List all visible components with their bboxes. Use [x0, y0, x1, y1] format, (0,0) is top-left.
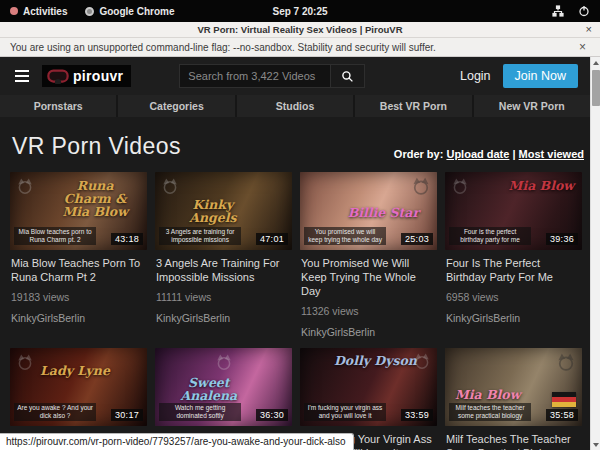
studio-link[interactable]: KinkyGirlsBerlin [156, 312, 290, 324]
browser-title-bar: VR Porn: Virtual Reality Sex Videos | Pi… [0, 22, 600, 38]
video-thumbnail[interactable]: Mia Blow Milf teaches the teacher some p… [445, 348, 582, 426]
video-thumbnail[interactable]: Mia Blow Four is the perfect birthday pa… [445, 172, 582, 250]
video-thumbnail[interactable]: Kinky Angels 3 Angels are training for i… [155, 172, 292, 250]
studio-cat-mask-icon [411, 176, 431, 196]
order-by: Order by: Upload date | Most viewed [394, 148, 584, 160]
thumb-caption: Four is the perfect birthday party for m… [449, 227, 531, 245]
window-close-icon[interactable]: × [586, 23, 592, 35]
video-card: Runa Charm & Mia Blow Mia Blow teaches p… [10, 172, 147, 338]
search-input[interactable] [179, 64, 331, 88]
nav-item-pornstars[interactable]: Pornstars [0, 95, 116, 117]
studio-cat-mask-icon [413, 352, 431, 370]
nav-item-best-vr-porn[interactable]: Best VR Porn [355, 95, 471, 117]
order-by-label: Order by: [394, 148, 444, 160]
studio-cat-mask-icon [16, 353, 34, 371]
video-card: Billie Star You promised we will keep tr… [300, 172, 437, 338]
duration-badge: 36:30 [256, 409, 288, 421]
site-logo[interactable]: pirouvr [42, 65, 131, 87]
vertical-scrollbar[interactable] [590, 57, 600, 450]
duration-badge: 47:01 [256, 233, 288, 245]
search-bar [179, 64, 365, 88]
duration-badge: 30:17 [111, 409, 143, 421]
video-card: Mia Blow Four is the perfect birthday pa… [445, 172, 582, 338]
thumb-caption: Mia Blow teaches porn to Runa Charm pt. … [14, 227, 96, 245]
warning-infobar: You are using an unsupported command-lin… [0, 38, 600, 57]
network-icon[interactable] [552, 5, 564, 17]
thumb-caption: Watch me getting dominated softly [159, 403, 241, 421]
video-thumbnail[interactable]: Sweet Analena Watch me getting dominated… [155, 348, 292, 426]
activities-icon [10, 7, 18, 15]
thumb-caption: Milf teaches the teacher some practical … [449, 403, 531, 421]
thumb-overlay-title: Runa Charm & Mia Blow [51, 179, 139, 218]
scroll-up-arrow-icon[interactable] [591, 57, 600, 68]
nav-item-studios[interactable]: Studios [237, 95, 353, 117]
video-title-link[interactable]: Four Is The Perfect Birthday Party For M… [446, 256, 580, 284]
video-thumbnail[interactable]: Dolly Dyson I'm fucking your virgin ass … [300, 348, 437, 426]
video-thumbnail[interactable]: Lady Lyne Are you awake ? And your dick … [10, 348, 147, 426]
thumb-overlay-title: Mia Blow [455, 388, 520, 401]
nav-item-categories[interactable]: Categories [118, 95, 234, 117]
view-count: 11326 views [301, 305, 435, 317]
german-flag [552, 392, 576, 407]
menu-hamburger-icon[interactable] [12, 67, 32, 85]
scroll-down-arrow-icon[interactable] [591, 439, 600, 450]
chrome-app-menu[interactable]: Google Chrome [85, 6, 174, 17]
duration-badge: 39:36 [546, 233, 578, 245]
site-header: pirouvr Login Join Now [0, 57, 590, 95]
power-icon[interactable] [578, 5, 590, 17]
page-title: VR Porn Videos [12, 133, 181, 160]
order-most-viewed-link[interactable]: Most viewed [519, 148, 584, 160]
video-title-link[interactable]: 3 Angels Are Training For Impossible Mis… [156, 256, 290, 284]
duration-badge: 25:03 [401, 233, 433, 245]
duration-badge: 33:59 [401, 409, 433, 421]
join-now-button[interactable]: Join Now [503, 64, 578, 88]
thumb-caption: I'm fucking your virgin ass and you will… [304, 403, 386, 421]
video-thumbnail[interactable]: Billie Star You promised we will keep tr… [300, 172, 437, 250]
studio-cat-mask-icon [451, 177, 469, 195]
view-count: 19183 views [11, 291, 145, 303]
thumb-caption: 3 Angels are training for impossible mis… [159, 227, 241, 245]
video-grid: Runa Charm & Mia Blow Mia Blow teaches p… [0, 172, 590, 450]
main-nav: Pornstars Categories Studios Best VR Por… [0, 95, 590, 117]
page-content: pirouvr Login Join Now Pornstars Categor… [0, 57, 590, 450]
studio-link[interactable]: KinkyGirlsBerlin [11, 312, 145, 324]
duration-badge: 35:58 [546, 409, 578, 421]
studio-cat-mask-icon [16, 177, 34, 195]
vr-goggles-icon [47, 69, 69, 84]
thumb-overlay-title: Mia Blow [509, 179, 574, 192]
video-title-link[interactable]: Mia Blow Teaches Porn To Runa Charm Pt 2 [11, 256, 145, 284]
thumb-caption: Are you awake ? And your dick also ? [14, 403, 96, 421]
activities-button[interactable]: Activities [10, 6, 67, 17]
warning-text: You are using an unsupported command-lin… [10, 42, 436, 53]
thumb-overlay-title: Sweet Analena [165, 376, 253, 402]
studio-link[interactable]: KinkyGirlsBerlin [446, 312, 580, 324]
search-icon [341, 70, 354, 83]
login-link[interactable]: Login [460, 69, 491, 83]
video-title-link[interactable]: Milf Teaches The Teacher Some Practical … [446, 432, 580, 450]
logo-text: pirouvr [73, 68, 123, 84]
tab-title: VR Porn: Virtual Reality Sex Videos | Pi… [0, 24, 600, 35]
nav-item-new-vr-porn[interactable]: New VR Porn [474, 95, 590, 117]
studio-cat-mask-icon [556, 352, 576, 372]
chrome-icon [85, 7, 94, 16]
warning-close-icon[interactable]: × [579, 40, 590, 54]
thumb-overlay-title: Lady Lyne [40, 364, 110, 377]
video-thumbnail[interactable]: Runa Charm & Mia Blow Mia Blow teaches p… [10, 172, 147, 250]
video-card: Mia Blow Milf teaches the teacher some p… [445, 348, 582, 450]
studio-cat-mask-icon [161, 177, 179, 195]
thumb-overlay-title: Billie Star [348, 206, 419, 219]
screen: Activities Google Chrome Sep 7 20:25 [0, 0, 600, 450]
scrollbar-thumb[interactable] [592, 70, 600, 106]
studio-link[interactable]: KinkyGirlsBerlin [301, 326, 435, 338]
thumb-overlay-title: Dolly Dyson [334, 354, 417, 367]
status-url-tooltip: https://pirouvr.com/vr-porn-video/779325… [0, 433, 354, 450]
order-upload-date-link[interactable]: Upload date [446, 148, 509, 160]
chrome-app-label: Google Chrome [99, 6, 174, 17]
thumb-caption: You promised we will keep trying the who… [304, 227, 386, 245]
video-title-link[interactable]: You Promised We Will Keep Trying The Who… [301, 256, 435, 298]
search-button[interactable] [331, 64, 365, 88]
thumb-overlay-title: Kinky Angels [169, 198, 257, 224]
duration-badge: 43:18 [111, 233, 143, 245]
studio-cat-mask-icon [215, 353, 233, 371]
system-top-bar: Activities Google Chrome Sep 7 20:25 [0, 0, 600, 22]
